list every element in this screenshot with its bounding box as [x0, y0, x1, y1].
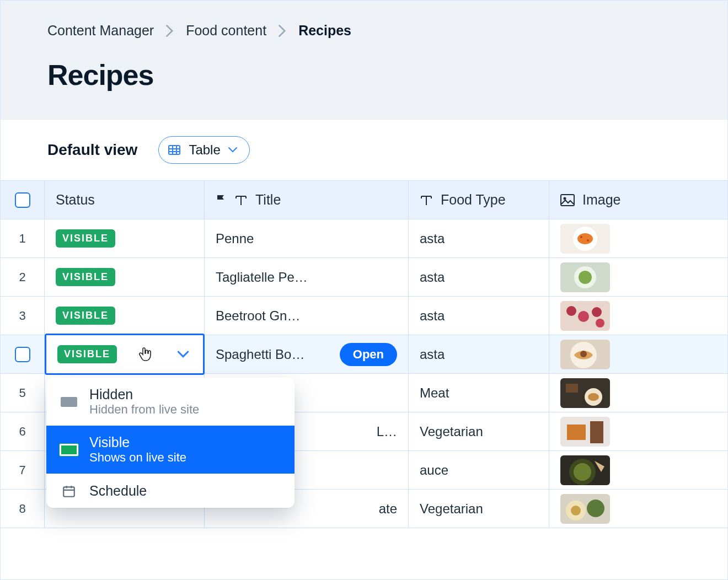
food-type-text: Vegetarian	[420, 424, 483, 439]
column-header-label: Food Type	[441, 192, 506, 208]
food-type-text: Vegetarian	[420, 501, 483, 517]
food-type-text: asta	[420, 270, 445, 285]
title-cell[interactable]: Spaghetti Bo… Open	[205, 335, 409, 373]
chevron-down-icon	[228, 147, 237, 153]
option-title: Visible	[89, 434, 186, 450]
visible-status-icon	[60, 443, 78, 457]
pointer-cursor-icon	[139, 346, 153, 363]
image-cell[interactable]	[549, 490, 728, 528]
svg-point-6	[580, 236, 582, 238]
status-cell-active[interactable]: VISIBLE	[45, 334, 205, 375]
view-name: Default view	[47, 141, 137, 159]
open-button[interactable]: Open	[340, 343, 397, 366]
row-number: 6	[1, 412, 45, 450]
table-row[interactable]: 3 VISIBLE Beetroot Gn… asta	[1, 297, 727, 335]
title-cell[interactable]: Penne	[205, 219, 409, 257]
breadcrumb-link-content-manager[interactable]: Content Manager	[47, 23, 154, 39]
row-number: 1	[1, 219, 45, 257]
status-option-hidden[interactable]: Hidden Hidden from live site	[46, 378, 295, 426]
column-header-status[interactable]: Status	[45, 181, 205, 219]
thumbnail	[560, 301, 610, 331]
column-header-label: Image	[582, 192, 620, 208]
status-dropdown: Hidden Hidden from live site Visible Sho…	[46, 378, 295, 508]
image-cell[interactable]	[549, 451, 728, 489]
food-type-cell[interactable]: asta	[409, 335, 549, 373]
image-icon	[560, 194, 575, 206]
food-type-cell[interactable]: Meat	[409, 374, 549, 412]
row-checkbox[interactable]	[15, 347, 30, 362]
thumbnail	[560, 417, 610, 447]
select-all-checkbox[interactable]	[15, 192, 30, 208]
svg-point-2	[564, 197, 566, 200]
svg-point-15	[596, 319, 604, 327]
title-text: Spaghetti Bo…	[216, 347, 304, 362]
svg-point-13	[578, 311, 589, 322]
table-row[interactable]: VISIBLE Spaghetti Bo… Open asta	[1, 335, 727, 374]
image-cell[interactable]	[549, 412, 728, 450]
title-text: ate	[379, 501, 397, 517]
option-subtitle: Shows on live site	[89, 450, 186, 465]
option-title: Hidden	[89, 386, 199, 402]
option-title: Schedule	[89, 483, 147, 499]
svg-rect-24	[567, 425, 586, 440]
title-cell[interactable]: Tagliatelle Pe…	[205, 258, 409, 296]
svg-point-10	[579, 271, 592, 284]
text-type-icon	[420, 194, 433, 206]
food-type-cell[interactable]: asta	[409, 258, 549, 296]
svg-rect-33	[63, 487, 74, 496]
text-type-icon	[234, 194, 248, 206]
title-cell[interactable]: Beetroot Gn…	[205, 297, 409, 335]
food-type-cell[interactable]: Vegetarian	[409, 490, 549, 528]
hidden-status-icon	[60, 395, 78, 409]
image-cell[interactable]	[549, 258, 728, 296]
status-cell[interactable]: VISIBLE	[45, 297, 205, 335]
food-type-cell[interactable]: asta	[409, 297, 549, 335]
svg-rect-19	[560, 378, 610, 408]
thumbnail	[560, 455, 610, 485]
calendar-icon	[60, 485, 78, 498]
svg-point-12	[566, 306, 576, 316]
thumbnail	[560, 378, 610, 408]
title-text: Penne	[216, 231, 254, 246]
breadcrumb-current: Recipes	[298, 23, 351, 39]
food-type-cell[interactable]: asta	[409, 219, 549, 257]
food-type-text: auce	[420, 463, 448, 478]
breadcrumb: Content Manager Food content Recipes	[47, 23, 683, 39]
chevron-right-icon	[279, 25, 286, 37]
page-title: Recipes	[47, 58, 683, 92]
table-row[interactable]: 2 VISIBLE Tagliatelle Pe… asta	[1, 258, 727, 297]
title-text: Beetroot Gn…	[216, 308, 300, 324]
image-cell[interactable]	[549, 335, 728, 373]
status-cell[interactable]: VISIBLE	[45, 258, 205, 296]
table-icon	[168, 143, 181, 157]
svg-point-18	[580, 351, 587, 357]
status-option-visible[interactable]: Visible Shows on live site	[46, 426, 295, 474]
table-row[interactable]: 1 VISIBLE Penne asta	[1, 219, 727, 258]
svg-point-28	[574, 463, 591, 481]
column-header-food-type[interactable]: Food Type	[409, 181, 549, 219]
toolbar: Default view Table	[1, 120, 727, 180]
svg-rect-22	[566, 384, 578, 393]
view-type-label: Table	[189, 142, 220, 158]
food-type-cell[interactable]: Vegetarian	[409, 412, 549, 450]
image-cell[interactable]	[549, 219, 728, 257]
flag-icon	[216, 194, 227, 206]
status-cell[interactable]: VISIBLE	[45, 219, 205, 257]
status-badge: VISIBLE	[56, 229, 115, 248]
status-badge: VISIBLE	[56, 268, 115, 286]
image-cell[interactable]	[549, 374, 728, 412]
image-cell[interactable]	[549, 297, 728, 335]
food-type-cell[interactable]: auce	[409, 451, 549, 489]
svg-point-7	[587, 239, 589, 241]
thumbnail	[560, 262, 610, 292]
food-type-text: asta	[420, 347, 445, 362]
food-type-text: asta	[420, 308, 445, 324]
breadcrumb-link-food-content[interactable]: Food content	[186, 23, 266, 39]
column-header-image[interactable]: Image	[549, 181, 728, 219]
status-option-schedule[interactable]: Schedule	[46, 474, 295, 508]
option-subtitle: Hidden from live site	[89, 402, 199, 417]
view-type-selector[interactable]: Table	[158, 136, 249, 164]
column-header-label: Title	[255, 192, 281, 208]
column-header-title[interactable]: Title	[205, 181, 409, 219]
select-all-cell	[1, 181, 45, 219]
